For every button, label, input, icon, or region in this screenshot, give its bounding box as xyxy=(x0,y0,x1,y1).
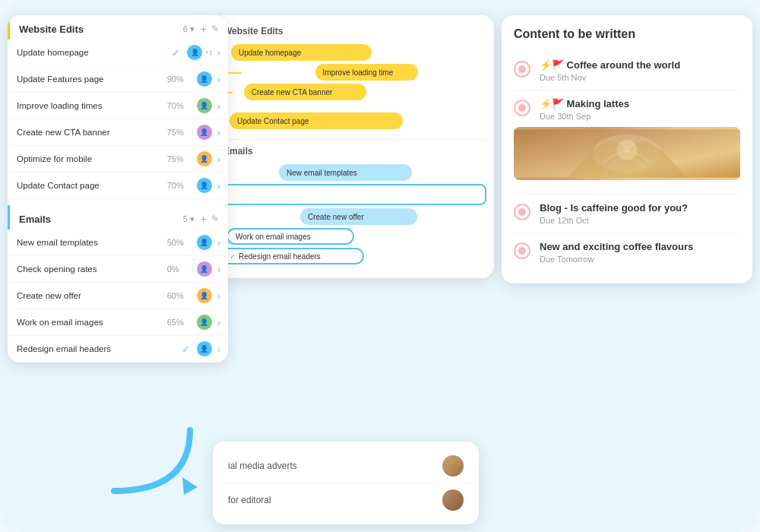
avatar-group: 👤 xyxy=(196,97,213,114)
task-check-icon: ✓ xyxy=(182,344,190,355)
task-arrow-icon[interactable]: › xyxy=(217,264,220,275)
task-percent: 70% xyxy=(167,181,190,190)
task-arrow-icon[interactable]: › xyxy=(217,317,220,328)
task-name: Redesign email headers xyxy=(17,344,182,353)
bottom-row: ial media adverts xyxy=(220,449,471,483)
gantt-panel: Website Edits Update homepage Improve lo… xyxy=(213,15,494,278)
avatar: 👤 xyxy=(196,71,213,87)
avatar-group: 👤 xyxy=(196,71,213,87)
task-arrow-icon[interactable]: › xyxy=(217,74,220,85)
task-row: Update homepage ✓ 👤 +1 › xyxy=(8,40,228,66)
task-name: Optimize for mobile xyxy=(17,154,167,163)
task-check-icon: ✓ xyxy=(172,47,180,59)
task-row: New email templates 50% 👤 › xyxy=(8,230,228,256)
check-inner xyxy=(518,208,526,216)
website-edits-header: Website Edits 6 ▾ + ✎ xyxy=(8,15,228,40)
emails-section-title: Emails xyxy=(19,214,183,225)
task-row: Create new offer 60% 👤 › xyxy=(8,283,228,309)
task-row: Improve loading times 70% 👤 › xyxy=(8,93,228,119)
task-percent: 60% xyxy=(167,291,190,300)
content-check-circle xyxy=(514,100,530,116)
arrow-bottom-left xyxy=(99,423,198,502)
content-item: New and exciting coffee flavours Due Tom… xyxy=(514,233,740,271)
gantt-bar: Update Contact page xyxy=(230,112,403,129)
avatar: 👤 xyxy=(196,177,213,194)
content-item-due: Due Tomorrow xyxy=(540,255,693,264)
task-row: Work on email images 65% 👤 › xyxy=(8,309,228,336)
task-name: Improve loading times xyxy=(17,101,167,110)
gantt-bar-label: Create new CTA banner xyxy=(252,88,333,97)
content-item-title: Blog - Is caffeine good for you? xyxy=(540,202,688,214)
task-percent: 70% xyxy=(167,101,190,110)
task-arrow-icon[interactable]: › xyxy=(217,180,220,192)
website-count: 6 ▾ xyxy=(183,24,195,34)
task-name: Work on email images xyxy=(17,318,167,327)
gantt-website-title: Website Edits xyxy=(220,26,486,36)
content-item-title: New and exciting coffee flavours xyxy=(540,241,693,252)
gantt-bar: ✓ Redesign email headers xyxy=(220,248,364,264)
task-name: Update homepage xyxy=(17,48,172,57)
website-edit-icon[interactable]: ✎ xyxy=(211,24,219,34)
website-add-icon[interactable]: + xyxy=(201,23,207,35)
avatar: 👤 xyxy=(196,124,213,141)
task-name: Update Contact page xyxy=(17,181,167,190)
emails-add-icon[interactable]: + xyxy=(201,213,207,225)
task-percent: 65% xyxy=(167,318,190,327)
gantt-bar: Improve loading time xyxy=(315,64,418,81)
avatar-group: 👤 xyxy=(196,287,213,304)
task-name: Create new offer xyxy=(17,291,167,300)
check-inner xyxy=(518,104,526,112)
content-panel-title: Content to be written xyxy=(514,27,740,41)
avatar: 👤 xyxy=(196,234,213,251)
task-arrow-icon[interactable]: › xyxy=(217,127,220,138)
gantt-bar-label: New email templates xyxy=(287,169,357,177)
avatar: 👤 xyxy=(186,44,203,61)
task-row: Update Contact page 70% 👤 › xyxy=(8,173,228,199)
content-text: ⚡🚩 Coffee around the world Due 5th Nov xyxy=(540,59,680,82)
task-arrow-icon[interactable]: › xyxy=(217,290,220,302)
check-inner xyxy=(518,65,526,73)
emails-edit-icon[interactable]: ✎ xyxy=(211,214,219,224)
task-row: Check opening rates 0% 👤 › xyxy=(8,256,228,283)
avatar: 👤 xyxy=(196,97,213,114)
gantt-bar-label: Work on email images xyxy=(236,233,311,241)
avatar: 👤 xyxy=(196,150,213,167)
bottom-label: for editoral xyxy=(228,495,442,505)
task-percent: 0% xyxy=(167,264,190,274)
emails-count: 5 ▾ xyxy=(183,214,195,224)
task-name: New email templates xyxy=(17,238,167,247)
content-check-circle xyxy=(514,61,530,78)
task-row: Create new CTA banner 75% 👤 › xyxy=(8,119,228,146)
svg-point-2 xyxy=(616,140,637,160)
gantt-emails-title: Emails xyxy=(220,146,486,157)
content-text: New and exciting coffee flavours Due Tom… xyxy=(540,241,693,264)
gantt-bar: Create new CTA banner xyxy=(244,84,366,100)
task-list-panel: Website Edits 6 ▾ + ✎ Update homepage ✓ … xyxy=(8,15,228,363)
task-percent: 75% xyxy=(167,154,190,163)
avatar-group: 👤 xyxy=(196,261,213,277)
avatar xyxy=(442,455,464,477)
bottom-label: ial media adverts xyxy=(228,461,442,471)
task-arrow-icon[interactable]: › xyxy=(217,47,220,59)
task-name: Create new CTA banner xyxy=(17,128,167,137)
task-row: Update Features page 90% 👤 › xyxy=(8,66,228,93)
content-panel: Content to be written ⚡🚩 Coffee around t… xyxy=(502,15,752,283)
task-percent: 50% xyxy=(167,238,190,247)
task-arrow-icon[interactable]: › xyxy=(217,237,220,249)
avatar-plus: +1 xyxy=(204,49,212,56)
gantt-bar-label: Improve loading time xyxy=(323,68,394,77)
content-item: ⚡🚩 Making lattes Due 30th Sep xyxy=(514,90,740,195)
avatar-group: 👤 xyxy=(196,150,213,167)
avatar-group: 👤 xyxy=(196,340,213,357)
content-item-title: ⚡🚩 Making lattes xyxy=(540,98,629,109)
avatar xyxy=(442,489,464,511)
content-item-due: Due 30th Sep xyxy=(540,112,629,121)
task-arrow-icon[interactable]: › xyxy=(217,154,220,165)
task-arrow-icon[interactable]: › xyxy=(217,100,220,112)
content-text: ⚡🚩 Making lattes Due 30th Sep xyxy=(540,98,629,121)
content-item: ⚡🚩 Coffee around the world Due 5th Nov xyxy=(514,52,740,90)
task-arrow-icon[interactable]: › xyxy=(217,344,220,355)
avatar: 👤 xyxy=(196,261,213,277)
content-item: Blog - Is caffeine good for you? Due 12t… xyxy=(514,195,740,233)
check-inner xyxy=(518,247,526,255)
